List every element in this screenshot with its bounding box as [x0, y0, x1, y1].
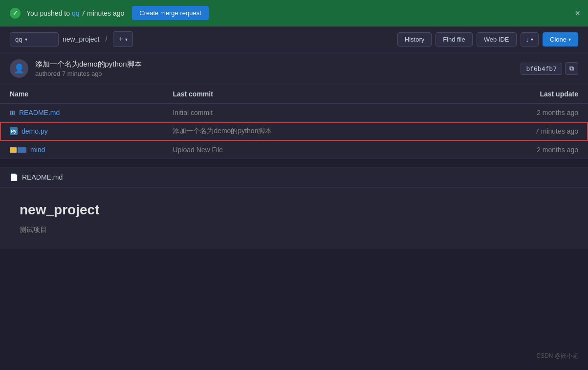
toolbar: qq ▾ new_project / + ▾ History Find file…: [0, 26, 588, 52]
col-last-update: Last update: [441, 85, 588, 103]
branch-name: qq: [15, 36, 22, 43]
file-name-cell[interactable]: mind: [0, 141, 163, 159]
chevron-down-icon: ▾: [25, 37, 27, 42]
readme-header: 📄 README.md: [0, 167, 588, 187]
file-name-link[interactable]: mind: [30, 146, 45, 154]
create-merge-request-button[interactable]: Create merge request: [132, 6, 208, 20]
chevron-down-icon: ▾: [568, 37, 571, 42]
watermark: CSDN @嵌小超: [536, 352, 578, 360]
readme-content: new_project 测试项目: [0, 187, 588, 249]
branch-link[interactable]: qq: [72, 9, 80, 17]
last-commit-cell: Initial commit: [163, 103, 441, 122]
download-button[interactable]: ↓ ▾: [521, 32, 539, 46]
add-file-button[interactable]: + ▾: [113, 31, 132, 47]
notification-text: You pushed to qq 7 minutes ago: [26, 9, 124, 17]
clone-button[interactable]: Clone ▾: [543, 32, 578, 46]
breadcrumb-separator: /: [104, 35, 109, 43]
file-name-cell[interactable]: ⊞ README.md: [0, 103, 163, 122]
commit-time: authored 7 minutes ago: [35, 70, 102, 77]
notification-banner: ✓ You pushed to qq 7 minutes ago Create …: [0, 0, 588, 26]
last-update-cell: 2 months ago: [441, 103, 588, 122]
last-commit-cell: Upload New File: [163, 141, 441, 159]
commit-details: 添加一个名为demo的python脚本 authored 7 minutes a…: [35, 60, 514, 77]
python-icon: Py: [10, 127, 18, 135]
col-name: Name: [0, 85, 163, 103]
table-row[interactable]: mind Upload New File 2 months ago: [0, 141, 588, 159]
readme-description: 测试项目: [20, 226, 568, 234]
last-commit-cell: 添加一个名为demo的python脚本: [163, 122, 441, 141]
file-name-cell[interactable]: Py demo.py: [0, 122, 163, 141]
commit-info-bar: 👤 添加一个名为demo的python脚本 authored 7 minutes…: [0, 52, 588, 85]
last-update-cell: 2 months ago: [441, 141, 588, 159]
history-button[interactable]: History: [397, 32, 432, 46]
success-icon: ✓: [10, 8, 21, 19]
avatar: 👤: [10, 59, 28, 78]
readme-header-title: README.md: [22, 173, 63, 181]
file-icon: 📄: [10, 173, 18, 181]
branch-selector[interactable]: qq ▾: [10, 32, 59, 46]
col-last-commit: Last commit: [163, 85, 441, 103]
table-row[interactable]: Py demo.py 添加一个名为demo的python脚本 7 minutes…: [0, 122, 588, 141]
markdown-icon: ⊞: [10, 109, 15, 116]
toolbar-actions: History Find file Web IDE ↓ ▾ Clone ▾: [397, 32, 578, 46]
web-ide-button[interactable]: Web IDE: [477, 32, 517, 46]
chevron-down-icon: ▾: [125, 37, 128, 42]
file-name-link[interactable]: demo.py: [22, 127, 48, 135]
readme-section: 📄 README.md new_project 测试项目: [0, 167, 588, 249]
folder-icon: [10, 147, 26, 153]
last-update-cell: 7 minutes ago: [441, 122, 588, 141]
commit-hash-section: bf6b4fb7 ⧉: [521, 62, 578, 75]
chevron-down-icon: ▾: [531, 37, 533, 42]
table-row[interactable]: ⊞ README.md Initial commit 2 months ago: [0, 103, 588, 122]
readme-project-title: new_project: [20, 202, 568, 218]
find-file-button[interactable]: Find file: [436, 32, 473, 46]
notification-close-button[interactable]: ×: [575, 9, 580, 18]
file-name-link[interactable]: README.md: [19, 109, 60, 116]
copy-hash-button[interactable]: ⧉: [565, 62, 578, 75]
table-header-row: Name Last commit Last update: [0, 85, 588, 103]
download-icon: ↓: [526, 36, 529, 43]
commit-meta: authored 7 minutes ago: [35, 70, 514, 77]
commit-message[interactable]: 添加一个名为demo的python脚本: [35, 60, 514, 69]
project-breadcrumb[interactable]: new_project: [63, 35, 100, 43]
file-table: Name Last commit Last update ⊞ README.md…: [0, 85, 588, 159]
commit-hash-badge: bf6b4fb7: [521, 63, 562, 75]
plus-icon: +: [118, 35, 123, 44]
